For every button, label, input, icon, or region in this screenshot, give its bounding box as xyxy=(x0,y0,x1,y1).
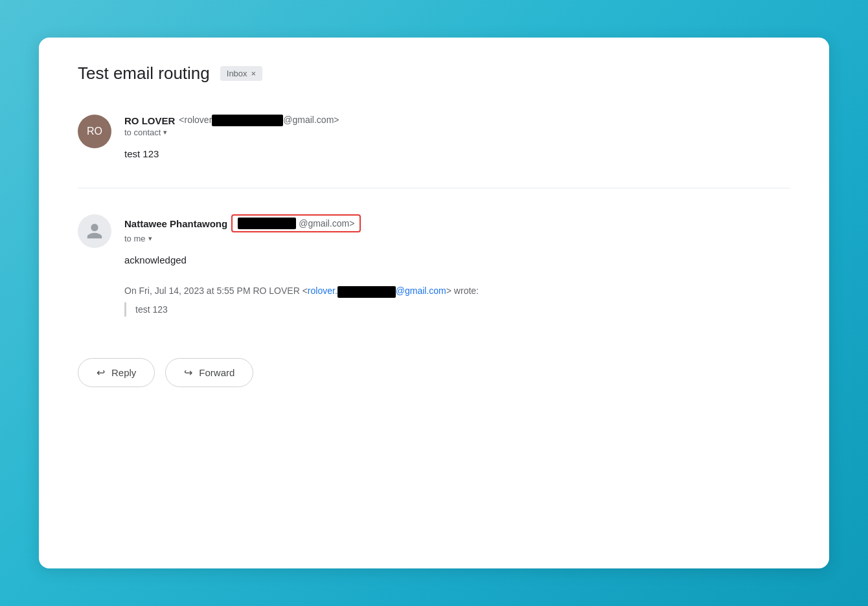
redacted-email-2 xyxy=(238,218,296,229)
reply-icon: ↩ xyxy=(97,366,105,379)
quote-link[interactable]: rolover. xyxy=(308,286,337,296)
sender-name-1: RO LOVER xyxy=(124,115,175,126)
sender-line-2: Nattawee Phantawong @gmail.com> xyxy=(124,214,790,232)
forward-icon: ↪ xyxy=(184,366,192,379)
badge-close-icon[interactable]: × xyxy=(251,69,257,78)
highlighted-email-block: @gmail.com> xyxy=(231,214,361,232)
quoted-text: test 123 xyxy=(135,304,168,315)
to-contact-label: to contact xyxy=(124,128,161,137)
quote-header-prefix: On Fri, Jul 14, 2023 at 5:55 PM RO LOVER… xyxy=(124,286,308,296)
avatar-ro: RO xyxy=(78,115,111,148)
to-me-label: to me xyxy=(124,234,146,243)
email-subject: Test email routing xyxy=(78,63,210,84)
message-2-content: Nattawee Phantawong @gmail.com> to me ▾ … xyxy=(124,214,790,317)
chevron-down-icon-2: ▾ xyxy=(148,234,152,243)
acknowledged-text: acknowledged xyxy=(124,252,790,268)
to-line-2[interactable]: to me ▾ xyxy=(124,234,790,243)
forward-button[interactable]: ↪ Forward xyxy=(165,358,253,387)
avatar-generic xyxy=(78,214,111,248)
message-1: RO RO LOVER <rolover@gmail.com> to conta… xyxy=(78,104,790,172)
message-divider xyxy=(78,188,790,188)
reply-label: Reply xyxy=(111,367,136,378)
avatar-initials: RO xyxy=(87,126,102,137)
sender-email-2: @gmail.com> xyxy=(231,214,361,232)
message-body-2: acknowledged On Fri, Jul 14, 2023 at 5:5… xyxy=(124,252,790,317)
quote-domain-link[interactable]: @gmail.com xyxy=(396,286,446,296)
chevron-down-icon-1: ▾ xyxy=(163,128,167,137)
subject-row: Test email routing Inbox × xyxy=(78,63,790,84)
quote-header: On Fri, Jul 14, 2023 at 5:55 PM RO LOVER… xyxy=(124,284,790,298)
sender-name-2: Nattawee Phantawong xyxy=(124,218,227,229)
to-line-1[interactable]: to contact ▾ xyxy=(124,128,790,137)
quoted-block: test 123 xyxy=(124,302,790,317)
sender-email-1: <rolover@gmail.com> xyxy=(179,115,339,126)
forward-label: Forward xyxy=(199,367,234,378)
person-icon xyxy=(86,222,104,240)
message-body-1: test 123 xyxy=(124,146,790,162)
email-card: Test email routing Inbox × RO RO LOVER <… xyxy=(39,38,829,568)
reply-button[interactable]: ↩ Reply xyxy=(78,358,155,387)
action-buttons: ↩ Reply ↪ Forward xyxy=(78,358,790,387)
message-1-content: RO LOVER <rolover@gmail.com> to contact … xyxy=(124,115,790,162)
redacted-email-3 xyxy=(337,286,396,298)
sender-line-1: RO LOVER <rolover@gmail.com> xyxy=(124,115,790,126)
message-2: Nattawee Phantawong @gmail.com> to me ▾ … xyxy=(78,204,790,327)
inbox-badge[interactable]: Inbox × xyxy=(220,66,262,81)
inbox-badge-label: Inbox xyxy=(227,69,247,78)
redacted-email-1 xyxy=(212,115,283,126)
